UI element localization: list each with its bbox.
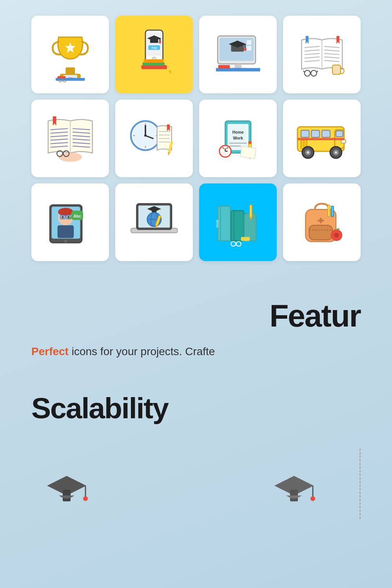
features-subtitle-rest: icons for your projects. Crafte [69,345,215,358]
svg-text:Work: Work [233,136,243,140]
trophy-icon: 1st [41,25,100,84]
svg-rect-105 [240,146,256,159]
svg-point-135 [64,239,67,243]
card-globe-laptop[interactable] [115,183,193,261]
svg-text:Home: Home [232,130,244,134]
svg-point-165 [334,233,339,238]
svg-rect-110 [322,130,330,137]
scalability-title: Scalability [31,391,361,425]
svg-rect-33 [247,46,251,51]
svg-line-53 [303,71,304,72]
card-book-reading[interactable] [283,16,361,93]
svg-rect-159 [309,225,332,240]
svg-point-69 [58,152,82,162]
card-teacher-tablet[interactable]: Abc [31,183,109,261]
books-stack-icon: book [209,193,267,252]
features-subtitle: Perfect icons for your projects. Crafte [31,343,361,360]
svg-marker-23 [169,70,172,74]
svg-rect-30 [234,64,241,69]
svg-text:App: App [151,46,157,49]
svg-text:Abc: Abc [73,214,81,218]
teacher-icon: Abc [41,193,100,252]
card-app-phone[interactable]: App [115,16,193,93]
svg-rect-108 [301,130,309,137]
svg-text:book: book [215,220,219,227]
svg-rect-166 [328,205,330,216]
svg-rect-157 [241,237,249,241]
svg-rect-140 [152,209,156,212]
dashed-divider [359,448,361,519]
svg-point-77 [144,134,147,137]
features-title: Featur [31,300,361,332]
svg-marker-89 [167,152,170,156]
svg-point-51 [311,70,317,76]
card-open-book-glasses[interactable] [31,100,109,177]
svg-rect-35 [218,65,230,69]
card-school-bus[interactable] [283,100,361,177]
svg-rect-167 [331,206,334,216]
svg-rect-146 [218,206,230,241]
backpack-icon [293,193,351,252]
card-trophy[interactable]: 1st [31,16,109,93]
bottom-illustration [0,433,392,519]
svg-point-117 [307,151,309,154]
svg-point-126 [62,216,64,218]
scalability-section: Scalability [0,368,392,433]
svg-point-171 [83,496,88,501]
svg-rect-6 [57,76,65,78]
svg-rect-49 [332,65,341,74]
svg-rect-111 [336,131,343,137]
features-highlight: Perfect [31,345,69,358]
svg-rect-104 [249,141,251,143]
grad-cap-left [39,468,94,515]
svg-rect-21 [143,59,163,63]
svg-rect-149 [231,211,244,241]
svg-point-50 [304,70,310,76]
clock-book-icon [125,109,183,168]
svg-rect-121 [298,138,344,140]
svg-point-120 [335,151,337,154]
homework-icon: Home Work [209,109,267,168]
card-books-stack[interactable]: book [199,183,277,261]
svg-rect-19 [141,65,167,69]
svg-point-152 [231,241,236,246]
computer-icon [209,25,267,84]
app-phone-icon: App [125,25,183,84]
grad-cap-right [267,468,321,515]
svg-rect-131 [57,225,74,238]
svg-rect-0 [65,67,75,74]
svg-line-54 [317,71,318,72]
globe-laptop-icon [125,193,183,252]
svg-rect-155 [250,205,252,218]
bus-icon [293,109,351,168]
svg-point-153 [236,241,241,246]
card-clock-book[interactable] [115,100,193,177]
svg-point-29 [243,48,246,51]
card-computer[interactable] [199,16,277,93]
card-backpack[interactable] [283,183,361,261]
card-homework[interactable]: Home Work [199,100,277,177]
features-section: Featur Perfect icons for your projects. … [0,277,392,368]
icon-grid: 1st App [0,0,392,277]
svg-rect-32 [247,40,251,45]
reading-icon [41,109,100,168]
svg-point-125 [58,208,73,216]
book-open-icon [293,25,351,84]
svg-point-175 [310,496,315,501]
svg-rect-109 [311,130,319,137]
svg-point-15 [159,41,161,44]
